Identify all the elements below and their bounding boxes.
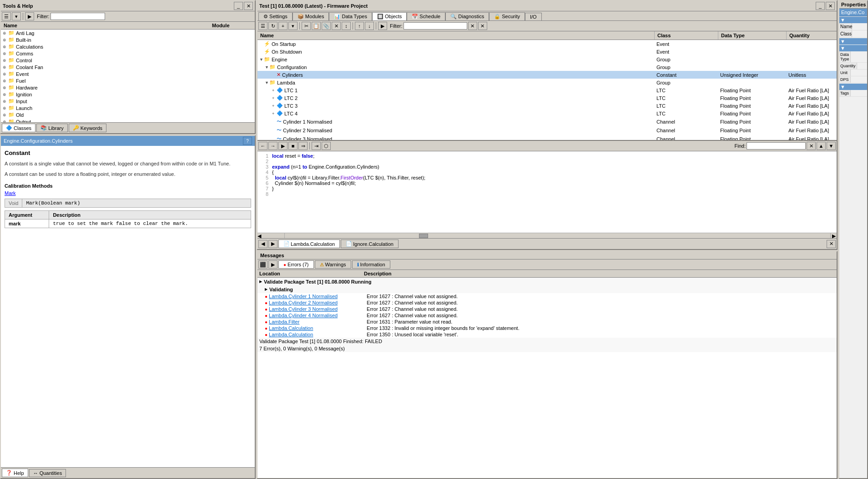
- obj-list-btn[interactable]: ☰: [258, 22, 267, 30]
- objects-filter-input[interactable]: [404, 22, 467, 30]
- code-indent-btn[interactable]: ⇥: [312, 142, 321, 150]
- prop-datatype-value[interactable]: [851, 51, 867, 62]
- tree-item-output[interactable]: ⊕ 📁 Output: [1, 118, 255, 122]
- msg-item-4[interactable]: ● Lambda.Filter Error 1631 : Parameter v…: [257, 319, 837, 325]
- msg-loc-6[interactable]: Lambda.Calculation: [269, 332, 367, 337]
- code-nav-prev-btn[interactable]: ◀: [258, 240, 267, 248]
- obj-down-btn[interactable]: ↓: [365, 22, 374, 30]
- ide-tab-datatypes[interactable]: 📊 Data Types: [329, 12, 372, 20]
- msg-item-2[interactable]: ● Lambda.Cylinder 3 Normalised Error 162…: [257, 306, 837, 312]
- tab-quantities[interactable]: ↔ Quantities: [29, 469, 66, 477]
- prop-dps-value[interactable]: [851, 76, 867, 83]
- ide-tab-io[interactable]: I/O: [525, 13, 542, 20]
- ide-tab-modules[interactable]: 📦 Modules: [293, 12, 329, 20]
- msg-item-6[interactable]: ● Lambda.Calculation Error 1350 : Unused…: [257, 331, 837, 338]
- tab-help[interactable]: ❓ Help: [2, 469, 28, 477]
- obj-row-cyl1[interactable]: 〜 Cylinder 1 Normalised Channel Floating…: [257, 117, 837, 126]
- obj-delete-btn[interactable]: ✕: [332, 22, 341, 30]
- tree-item-comms[interactable]: ⊕ 📁 Comms: [1, 50, 255, 57]
- code-tab-lambda-calculation[interactable]: 📄 Lambda.Calculation: [278, 240, 340, 248]
- code-scrollbar-h[interactable]: ◀ ▶: [257, 233, 837, 238]
- tree-item-hardware[interactable]: ⊕ 📁 Hardware: [1, 84, 255, 91]
- code-find-up-btn[interactable]: ▲: [817, 142, 826, 150]
- msg-loc-2[interactable]: Lambda.Cylinder 3 Normalised: [269, 306, 367, 312]
- obj-row-cylinders[interactable]: ✕ Cylinders Constant Unsigned Integer Un…: [257, 71, 837, 79]
- code-find-input[interactable]: [747, 142, 806, 150]
- obj-row-onshutdown[interactable]: ⚡ On Shutdown Event: [257, 48, 837, 55]
- code-close-btn[interactable]: ✕: [827, 240, 836, 248]
- obj-up-btn[interactable]: ↑: [355, 22, 364, 30]
- code-find-clear-btn[interactable]: ✕: [807, 142, 816, 150]
- tools-dropdown-btn[interactable]: ▾: [12, 12, 21, 20]
- tree-item-fuel[interactable]: ⊕ 📁 Fuel: [1, 77, 255, 84]
- prop-unit-value[interactable]: [851, 70, 867, 76]
- obj-row-configuration[interactable]: ▼ 📁 Configuration Group: [257, 63, 837, 71]
- obj-row-onstartup[interactable]: ⚡ On Startup Event: [257, 40, 837, 48]
- tree-item-ignition[interactable]: ⊕ 📁 Ignition: [1, 91, 255, 98]
- obj-next-btn[interactable]: ▶: [378, 22, 387, 30]
- content-help-btn[interactable]: ?: [243, 137, 252, 145]
- msg-loc-0[interactable]: Lambda.Cylinder 1 Normalised: [269, 294, 367, 299]
- msg-item-1[interactable]: ● Lambda.Cylinder 2 Normalised Error 162…: [257, 299, 837, 306]
- msg-tab-errors[interactable]: ● Errors (7): [278, 260, 314, 269]
- ide-minimize-btn[interactable]: _: [816, 2, 825, 10]
- code-stop-btn[interactable]: ■: [288, 142, 298, 150]
- ide-tab-diagnostics[interactable]: 🔍 Diagnostics: [445, 12, 489, 20]
- tools-collapse-btn[interactable]: _: [234, 2, 243, 10]
- code-find-down-btn[interactable]: ▼: [827, 142, 836, 150]
- obj-paste-btn[interactable]: 📎: [322, 22, 331, 30]
- ide-tab-security[interactable]: 🔒 Security: [489, 12, 525, 20]
- prop-class-value[interactable]: [852, 30, 867, 37]
- tree-item-launch[interactable]: ⊕ 📁 Launch: [1, 105, 255, 111]
- obj-copy-btn[interactable]: 📋: [312, 22, 321, 30]
- code-format-btn[interactable]: ⬡: [322, 142, 331, 150]
- ide-close-btn[interactable]: ✕: [826, 2, 835, 10]
- prop-tags-value[interactable]: [851, 90, 867, 96]
- code-editor[interactable]: 1 local reset = false; 2 3 expand (n=1 t…: [257, 151, 837, 233]
- msg-item-3[interactable]: ● Lambda.Cylinder 4 Normalised Error 162…: [257, 312, 837, 319]
- obj-row-ltc4[interactable]: + 🔷 LTC 4 LTC Floating Point Air Fuel Ra…: [257, 110, 837, 117]
- obj-row-ltc3[interactable]: + 🔷 LTC 3 LTC Floating Point Air Fuel Ra…: [257, 102, 837, 110]
- method-mark-link[interactable]: Mark: [5, 190, 251, 196]
- tab-classes[interactable]: 🔷 Classes: [2, 124, 35, 132]
- obj-clear-filter-btn[interactable]: ✕: [468, 22, 477, 30]
- ide-tab-schedule[interactable]: 📅 Schedule: [407, 12, 445, 20]
- tab-library[interactable]: 📚 Library: [36, 124, 68, 132]
- obj-row-cyl2[interactable]: 〜 Cylinder 2 Normalised Channel Floating…: [257, 126, 837, 135]
- msg-tab-warnings[interactable]: ⚠ Warnings: [315, 260, 351, 269]
- code-step-btn[interactable]: ⇒: [298, 142, 308, 150]
- obj-move-btn[interactable]: ↕: [342, 22, 351, 30]
- code-compile-btn[interactable]: ▶: [278, 142, 288, 150]
- ide-tab-settings[interactable]: ⚙ Settings: [258, 12, 293, 20]
- msg-loc-5[interactable]: Lambda.Calculation: [269, 325, 367, 331]
- obj-row-cyl3[interactable]: 〜 Cylinder 3 Normalised Channel Floating…: [257, 135, 837, 140]
- filter-input[interactable]: [50, 13, 105, 20]
- msg-toolbar-btn2[interactable]: ▶: [268, 260, 278, 269]
- code-back-btn[interactable]: ←: [258, 142, 267, 150]
- tree-item-event[interactable]: ⊕ 📁 Event: [1, 70, 255, 77]
- obj-row-ltc1[interactable]: + 🔷 LTC 1 LTC Floating Point Air Fuel Ra…: [257, 86, 837, 94]
- tree-item-old[interactable]: ⊕ 📁 Old: [1, 111, 255, 118]
- obj-row-lambda[interactable]: ▼ 📁 Lambda Group: [257, 79, 837, 86]
- obj-cut-btn[interactable]: ✂: [302, 22, 311, 30]
- tree-item-calculations[interactable]: ⊕ 📁 Calculations: [1, 43, 255, 50]
- code-forward-btn[interactable]: →: [268, 142, 278, 150]
- msg-toolbar-btn1[interactable]: ⬛: [258, 260, 267, 269]
- msg-loc-4[interactable]: Lambda.Filter: [269, 319, 367, 324]
- msg-loc-3[interactable]: Lambda.Cylinder 4 Normalised: [269, 313, 367, 318]
- obj-row-ltc2[interactable]: + 🔷 LTC 2 LTC Floating Point Air Fuel Ra…: [257, 94, 837, 102]
- tab-keywords[interactable]: 🔑 Keywords: [69, 124, 106, 132]
- msg-group-validating[interactable]: ▸ Validating: [257, 285, 837, 293]
- msg-group-validate[interactable]: ▸ Validate Package Test [1] 01.08.0000 R…: [257, 278, 837, 285]
- obj-close-btn[interactable]: ✕: [478, 22, 487, 30]
- tools-nav-btn[interactable]: ▶: [25, 12, 34, 20]
- tree-item-antilag[interactable]: ⊕ 📁 Anti Lag: [1, 30, 255, 36]
- code-nav-next-btn[interactable]: ▶: [268, 240, 278, 248]
- msg-loc-1[interactable]: Lambda.Cylinder 2 Normalised: [269, 300, 367, 305]
- tree-item-builtin[interactable]: ⊕ 📁 Built-in: [1, 36, 255, 43]
- msg-tab-information[interactable]: ℹ Information: [352, 260, 390, 269]
- prop-quantity-value[interactable]: [857, 63, 867, 69]
- obj-dropdown-btn[interactable]: ▾: [288, 22, 298, 30]
- tree-item-control[interactable]: ⊕ 📁 Control: [1, 57, 255, 64]
- tools-close-btn[interactable]: ✕: [244, 2, 253, 10]
